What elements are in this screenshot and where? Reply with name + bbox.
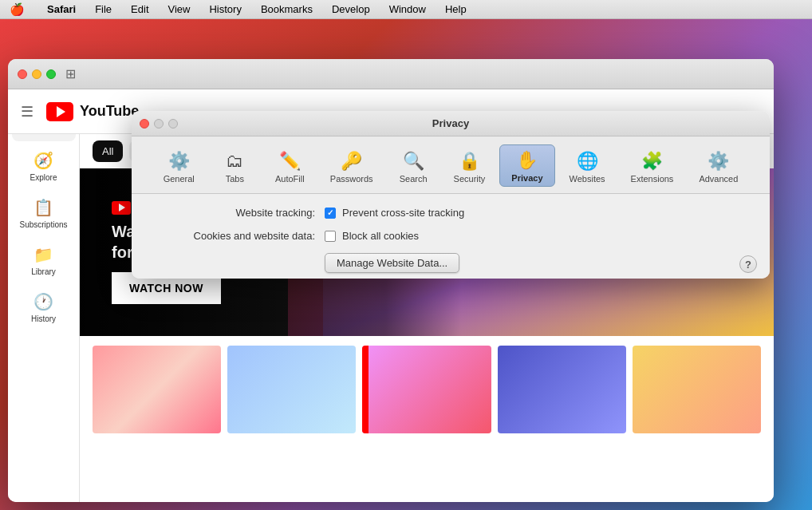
history-icon: 🕐 bbox=[34, 292, 53, 311]
tabs-icon: 🗂 bbox=[226, 151, 243, 172]
sidebar-item-subscriptions-label: Subscriptions bbox=[19, 220, 67, 229]
thumbnail-5[interactable] bbox=[633, 346, 761, 433]
dialog-toolbar: ⚙️ General 🗂 Tabs ✏️ AutoFill 🔑 Password… bbox=[132, 136, 770, 194]
manage-btn-container: Manage Website Data... bbox=[325, 253, 746, 273]
help-button[interactable]: ? bbox=[739, 255, 757, 273]
youtube-sidebar: 🏠 Home 🧭 Explore 📋 Subscriptions 📁 Libra… bbox=[8, 89, 80, 502]
subscriptions-icon: 📋 bbox=[34, 198, 53, 217]
menu-bar: 🍎 Safari File Edit View History Bookmark… bbox=[0, 0, 812, 19]
menu-develop[interactable]: Develop bbox=[329, 2, 373, 17]
dialog-title: Privacy bbox=[432, 117, 469, 129]
toolbar-security-label: Security bbox=[454, 174, 486, 184]
sidebar-item-library[interactable]: 📁 Library bbox=[12, 239, 76, 283]
toolbar-tabs[interactable]: 🗂 Tabs bbox=[209, 146, 261, 187]
youtube-logo[interactable]: YouTube bbox=[46, 102, 139, 121]
toolbar-extensions-label: Extensions bbox=[631, 174, 674, 184]
toolbar-security[interactable]: 🔒 Security bbox=[443, 146, 497, 187]
thumbnail-3[interactable] bbox=[362, 346, 491, 433]
sidebar-item-library-label: Library bbox=[31, 267, 56, 276]
toolbar-autofill[interactable]: ✏️ AutoFill bbox=[264, 146, 316, 187]
menu-view[interactable]: View bbox=[165, 2, 194, 17]
website-tracking-row: Website tracking: Prevent cross-site tra… bbox=[156, 207, 746, 219]
sidebar-item-explore-label: Explore bbox=[30, 173, 57, 182]
menu-file[interactable]: File bbox=[92, 2, 115, 17]
toolbar-websites[interactable]: 🌐 Websites bbox=[558, 146, 617, 187]
menu-history[interactable]: History bbox=[206, 2, 244, 17]
extensions-icon: 🧩 bbox=[641, 151, 663, 172]
cookies-checkbox[interactable] bbox=[325, 231, 336, 242]
menu-bookmarks[interactable]: Bookmarks bbox=[258, 2, 316, 17]
sidebar-toggle-icon[interactable]: ⊞ bbox=[65, 66, 76, 81]
toolbar-tabs-label: Tabs bbox=[226, 174, 244, 184]
menu-edit[interactable]: Edit bbox=[128, 2, 152, 17]
passwords-icon: 🔑 bbox=[341, 151, 362, 172]
dialog-content: Website tracking: Prevent cross-site tra… bbox=[132, 194, 770, 279]
general-icon: ⚙️ bbox=[168, 151, 190, 172]
youtube-icon bbox=[46, 102, 73, 121]
minimize-button[interactable] bbox=[32, 69, 41, 79]
close-button[interactable] bbox=[18, 69, 27, 79]
safari-titlebar: ⊞ bbox=[8, 59, 774, 89]
sidebar-item-history-label: History bbox=[31, 314, 56, 323]
website-tracking-text: Prevent cross-site tracking bbox=[342, 207, 464, 219]
sidebar-item-explore[interactable]: 🧭 Explore bbox=[12, 144, 76, 188]
privacy-dialog: Privacy ⚙️ General 🗂 Tabs ✏️ AutoFill 🔑 bbox=[132, 111, 770, 279]
thumbnail-row bbox=[80, 336, 774, 443]
security-icon: 🔒 bbox=[459, 151, 480, 172]
menu-safari[interactable]: Safari bbox=[44, 2, 79, 17]
toolbar-advanced-label: Advanced bbox=[699, 174, 738, 184]
safari-window: ⊞ 🏠 Home 🧭 Explore 📋 Subscriptions 📁 Lib… bbox=[8, 59, 774, 502]
yt-originals-icon bbox=[112, 201, 131, 215]
dialog-titlebar: Privacy bbox=[132, 111, 770, 136]
toolbar-passwords-label: Passwords bbox=[330, 174, 373, 184]
toolbar-extensions[interactable]: 🧩 Extensions bbox=[620, 146, 685, 187]
cookies-control: Block all cookies bbox=[325, 230, 419, 242]
cookies-label: Cookies and website data: bbox=[156, 230, 315, 242]
browser-area: ⊞ 🏠 Home 🧭 Explore 📋 Subscriptions 📁 Lib… bbox=[0, 19, 812, 510]
sidebar-item-history[interactable]: 🕐 History bbox=[12, 286, 76, 330]
website-tracking-control: Prevent cross-site tracking bbox=[325, 207, 464, 219]
dialog-close-button[interactable] bbox=[140, 119, 149, 128]
hamburger-menu[interactable]: ☰ bbox=[21, 103, 34, 121]
manage-website-data-button[interactable]: Manage Website Data... bbox=[325, 253, 459, 273]
traffic-lights bbox=[18, 69, 56, 79]
toolbar-privacy-label: Privacy bbox=[511, 173, 542, 183]
thumbnail-1[interactable] bbox=[93, 346, 221, 433]
cookies-text: Block all cookies bbox=[342, 230, 419, 242]
toolbar-websites-label: Websites bbox=[570, 174, 605, 184]
library-icon: 📁 bbox=[34, 245, 53, 264]
dialog-traffic-lights bbox=[140, 119, 178, 128]
website-tracking-label: Website tracking: bbox=[156, 207, 315, 219]
thumbnail-2[interactable] bbox=[227, 346, 356, 433]
explore-icon: 🧭 bbox=[34, 151, 53, 170]
search-icon: 🔍 bbox=[403, 151, 424, 172]
toolbar-general-label: General bbox=[164, 174, 195, 184]
apple-menu[interactable]: 🍎 bbox=[6, 1, 28, 18]
toolbar-advanced[interactable]: ⚙️ Advanced bbox=[688, 146, 749, 187]
advanced-icon: ⚙️ bbox=[708, 151, 729, 172]
toolbar-search-label: Search bbox=[400, 174, 428, 184]
website-tracking-checkbox[interactable] bbox=[325, 208, 336, 219]
chip-all[interactable]: All bbox=[93, 140, 123, 162]
menu-window[interactable]: Window bbox=[386, 2, 429, 17]
sidebar-item-subscriptions[interactable]: 📋 Subscriptions bbox=[12, 192, 76, 235]
autofill-icon: ✏️ bbox=[279, 151, 301, 172]
toolbar-passwords[interactable]: 🔑 Passwords bbox=[319, 146, 384, 187]
privacy-icon: ✋ bbox=[516, 150, 538, 171]
toolbar-autofill-label: AutoFill bbox=[275, 174, 305, 184]
toolbar-privacy[interactable]: ✋ Privacy bbox=[499, 144, 554, 187]
websites-icon: 🌐 bbox=[577, 151, 598, 172]
menu-help[interactable]: Help bbox=[442, 2, 470, 17]
dialog-minimize-button[interactable] bbox=[154, 119, 164, 128]
thumbnail-4[interactable] bbox=[498, 346, 626, 433]
dialog-maximize-button[interactable] bbox=[168, 119, 178, 128]
toolbar-general[interactable]: ⚙️ General bbox=[152, 146, 206, 187]
toolbar-search[interactable]: 🔍 Search bbox=[388, 146, 440, 187]
youtube-wordmark: YouTube bbox=[80, 103, 139, 120]
cookies-row: Cookies and website data: Block all cook… bbox=[156, 230, 746, 242]
maximize-button[interactable] bbox=[46, 69, 56, 79]
